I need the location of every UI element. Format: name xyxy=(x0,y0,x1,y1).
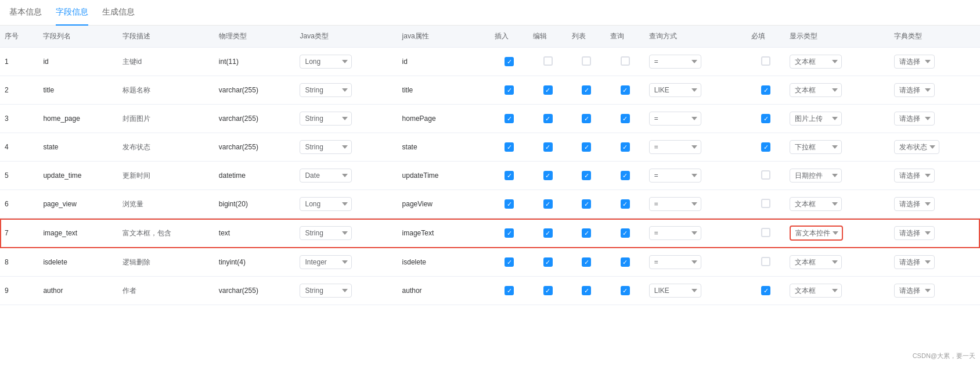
cell-query-mode[interactable]: =!=>>=<<=LIKEBETWEEN xyxy=(644,133,747,162)
cell-query[interactable] xyxy=(606,76,644,105)
checkbox[interactable] xyxy=(621,228,630,238)
cell-list[interactable] xyxy=(567,105,606,133)
cell-list[interactable] xyxy=(567,162,606,190)
cell-java-attr[interactable] xyxy=(398,48,490,76)
cell-java-type[interactable]: LongStringIntegerDateDouble xyxy=(295,76,397,105)
dict-type-select[interactable]: 请选择 xyxy=(894,284,935,298)
cell-dict-type[interactable]: 请选择 xyxy=(889,277,980,305)
select-dropdown[interactable]: =!=>>=<<=LIKEBETWEEN xyxy=(649,169,701,182)
cell-dict-type[interactable]: 请选择 xyxy=(889,76,980,105)
select-dropdown[interactable]: =!=>>=<<=LIKEBETWEEN xyxy=(649,197,701,211)
cell-insert[interactable] xyxy=(490,219,528,248)
cell-java-type[interactable]: LongStringIntegerDateDouble xyxy=(295,190,397,219)
cell-edit[interactable] xyxy=(528,190,567,219)
cell-java-type[interactable]: LongStringIntegerDateDouble xyxy=(295,48,397,76)
select-dropdown[interactable]: LongStringIntegerDateDouble xyxy=(300,197,352,211)
select-dropdown[interactable]: LongStringIntegerDateDouble xyxy=(300,83,352,97)
cell-list[interactable] xyxy=(567,248,606,277)
cell-insert[interactable] xyxy=(490,248,528,277)
cell-display-type[interactable]: 文本框下拉框日期控件图片上传富文本控件复选框 xyxy=(785,162,889,190)
cell-display-type[interactable]: 文本框下拉框日期控件图片上传富文本控件复选框 xyxy=(785,277,889,305)
select-dropdown[interactable]: =!=>>=<<=LIKEBETWEEN xyxy=(649,112,701,126)
cell-display-type[interactable]: 文本框下拉框日期控件图片上传富文本控件复选框 xyxy=(785,48,889,76)
cell-list[interactable] xyxy=(567,219,606,248)
cell-query[interactable] xyxy=(606,162,644,190)
checkbox[interactable] xyxy=(621,199,630,209)
cell-java-type[interactable]: LongStringIntegerDateDouble xyxy=(295,219,397,248)
select-dropdown[interactable]: LongStringIntegerDateDouble xyxy=(300,255,352,269)
cell-query[interactable] xyxy=(606,105,644,133)
checkbox[interactable] xyxy=(582,257,591,267)
display-type-select[interactable]: 文本框下拉框日期控件图片上传富文本控件复选框 xyxy=(790,284,842,298)
checkbox[interactable] xyxy=(582,228,591,238)
display-type-select[interactable]: 文本框下拉框日期控件图片上传富文本控件复选框 xyxy=(790,226,843,241)
cell-dict-type[interactable]: 请选择 xyxy=(889,105,980,133)
cell-required[interactable] xyxy=(747,133,785,162)
display-type-select[interactable]: 文本框下拉框日期控件图片上传富文本控件复选框 xyxy=(790,197,842,211)
checkbox[interactable] xyxy=(621,257,630,267)
cell-query-mode[interactable]: =!=>>=<<=LIKEBETWEEN xyxy=(644,219,747,248)
java-attr-input[interactable] xyxy=(402,200,449,208)
tab-field-info[interactable]: 字段信息 xyxy=(56,0,88,26)
checkbox[interactable] xyxy=(505,199,514,209)
cell-query[interactable] xyxy=(606,277,644,305)
checkbox[interactable] xyxy=(621,56,630,66)
cell-list[interactable] xyxy=(567,48,606,76)
select-dropdown[interactable]: LongStringIntegerDateDouble xyxy=(300,55,352,69)
checkbox[interactable] xyxy=(761,56,770,66)
checkbox[interactable] xyxy=(543,85,553,95)
cell-required[interactable] xyxy=(747,190,785,219)
dict-type-select[interactable]: 请选择 xyxy=(894,169,935,182)
cell-list[interactable] xyxy=(567,133,606,162)
cell-dict-type[interactable]: 请选择 xyxy=(889,219,980,248)
cell-required[interactable] xyxy=(747,48,785,76)
cell-java-attr[interactable] xyxy=(398,162,490,190)
checkbox[interactable] xyxy=(761,228,770,237)
checkbox[interactable] xyxy=(761,85,770,95)
display-type-select[interactable]: 文本框下拉框日期控件图片上传富文本控件复选框 xyxy=(790,140,842,154)
cell-query[interactable] xyxy=(606,248,644,277)
checkbox[interactable] xyxy=(621,286,630,295)
checkbox[interactable] xyxy=(761,257,770,266)
cell-java-attr[interactable] xyxy=(398,105,490,133)
checkbox[interactable] xyxy=(543,228,553,238)
cell-edit[interactable] xyxy=(528,162,567,190)
checkbox[interactable] xyxy=(505,85,514,95)
cell-query-mode[interactable]: =!=>>=<<=LIKEBETWEEN xyxy=(644,76,747,105)
cell-insert[interactable] xyxy=(490,162,528,190)
cell-insert[interactable] xyxy=(490,133,528,162)
cell-query-mode[interactable]: =!=>>=<<=LIKEBETWEEN xyxy=(644,190,747,219)
cell-query[interactable] xyxy=(606,219,644,248)
java-attr-input[interactable] xyxy=(402,171,449,180)
cell-java-attr[interactable] xyxy=(398,133,490,162)
checkbox[interactable] xyxy=(505,171,514,180)
checkbox[interactable] xyxy=(621,114,630,123)
cell-required[interactable] xyxy=(747,277,785,305)
checkbox[interactable] xyxy=(505,286,514,295)
cell-edit[interactable] xyxy=(528,248,567,277)
cell-java-attr[interactable] xyxy=(398,219,490,248)
cell-required[interactable] xyxy=(747,162,785,190)
cell-edit[interactable] xyxy=(528,133,567,162)
cell-java-attr[interactable] xyxy=(398,190,490,219)
select-dropdown[interactable]: =!=>>=<<=LIKEBETWEEN xyxy=(649,284,701,298)
checkbox[interactable] xyxy=(582,199,591,209)
select-dropdown[interactable]: =!=>>=<<=LIKEBETWEEN xyxy=(649,55,701,69)
checkbox[interactable] xyxy=(621,142,630,152)
checkbox[interactable] xyxy=(582,286,591,295)
cell-insert[interactable] xyxy=(490,277,528,305)
cell-insert[interactable] xyxy=(490,48,528,76)
checkbox[interactable] xyxy=(505,257,514,267)
cell-java-type[interactable]: LongStringIntegerDateDouble xyxy=(295,162,397,190)
java-attr-input[interactable] xyxy=(402,58,449,66)
checkbox[interactable] xyxy=(543,142,553,152)
cell-java-attr[interactable] xyxy=(398,76,490,105)
cell-list[interactable] xyxy=(567,277,606,305)
cell-insert[interactable] xyxy=(490,190,528,219)
cell-list[interactable] xyxy=(567,190,606,219)
dict-type-select[interactable]: 请选择 xyxy=(894,226,935,240)
java-attr-input[interactable] xyxy=(402,143,449,151)
java-attr-input[interactable] xyxy=(402,229,449,237)
java-attr-input[interactable] xyxy=(402,114,449,123)
checkbox[interactable] xyxy=(761,286,770,295)
